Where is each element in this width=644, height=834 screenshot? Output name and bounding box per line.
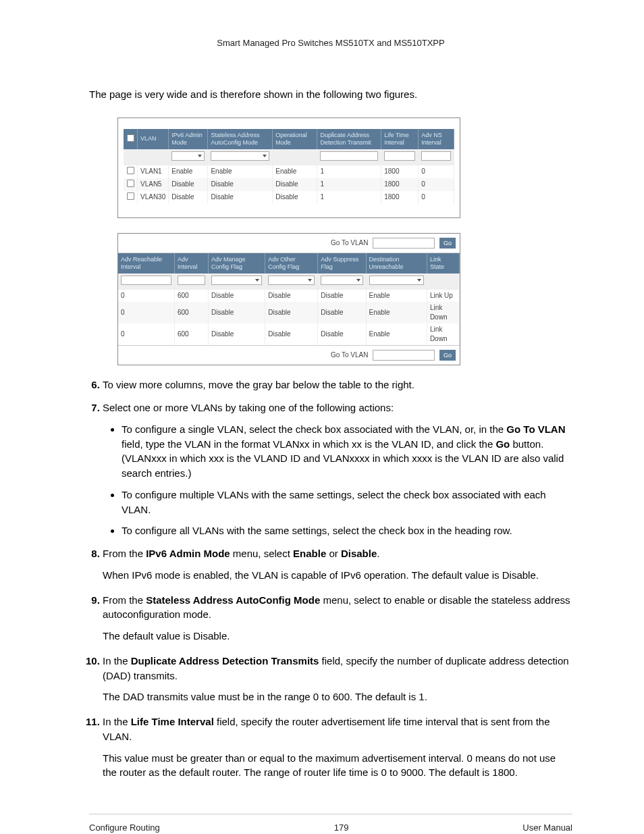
- col-adv-interval: Adv Interval: [174, 253, 208, 273]
- step-7-bullet-2: To configure multiple VLANs with the sam…: [122, 488, 572, 517]
- table-row: 0 600 Disable Disable Disable Enable Lin…: [118, 290, 460, 302]
- cell-interval: 600: [174, 323, 208, 345]
- step-10-para: The DAD transmits value must be in the r…: [103, 689, 572, 704]
- cell-admin: Enable: [169, 165, 208, 178]
- stateless-dropdown[interactable]: [211, 151, 269, 161]
- t: field, type the VLAN in the format VLANx…: [122, 438, 495, 450]
- col-life-time: Life Time Interval: [381, 129, 419, 149]
- t-bold: Go: [495, 438, 510, 450]
- col-vlan: VLAN: [138, 129, 169, 149]
- table-row: VLAN1 Enable Enable Enable 1 1800 0: [124, 165, 454, 178]
- t: In the: [103, 716, 131, 727]
- figure-1: VLAN IPv6 Admin Mode Stateless Address A…: [117, 118, 460, 218]
- table-row: 0 600 Disable Disable Disable Enable Lin…: [118, 323, 460, 345]
- cell-dad: 1: [317, 165, 381, 178]
- row-checkbox[interactable]: [127, 167, 134, 174]
- vlan-table-2: Adv Reachable Interval Adv Interval Adv …: [118, 253, 460, 345]
- t: or: [326, 548, 341, 559]
- cell-reach: 0: [118, 302, 174, 323]
- cell-ns: 0: [419, 191, 454, 204]
- cell-op: Disable: [273, 178, 317, 191]
- cell-link: Link Down: [427, 302, 459, 323]
- col-ipv6-admin: IPv6 Admin Mode: [169, 129, 208, 149]
- cell-dest: Enable: [366, 323, 427, 345]
- col-manage-flag: Adv Manage Config Flag: [208, 253, 265, 273]
- cell-vlan: VLAN1: [138, 165, 169, 178]
- col-stateless: Stateless Address AutoConfig Mode: [208, 129, 273, 149]
- step-11: In the Life Time Interval field, specify…: [103, 714, 572, 780]
- col-link-state: Link State: [427, 253, 459, 273]
- cell-suppress: Disable: [318, 290, 366, 302]
- step-8-para: When IPv6 mode is enabled, the VLAN is c…: [103, 568, 572, 583]
- t: .: [377, 548, 379, 559]
- cell-dad: 1: [317, 191, 381, 204]
- go-button[interactable]: Go: [439, 238, 456, 249]
- row-checkbox[interactable]: [127, 180, 134, 187]
- t: From the: [103, 594, 146, 606]
- vlan-table-1: VLAN IPv6 Admin Mode Stateless Address A…: [124, 129, 454, 204]
- col-dad: Duplicate Address Detection Transmit: [317, 129, 381, 149]
- footer-right: User Manual: [522, 823, 572, 833]
- cell-manage: Disable: [208, 323, 265, 345]
- t-bold: Stateless Address AutoConfig Mode: [146, 594, 320, 606]
- step-7-bullet-3: To configure all VLANs with the same set…: [122, 523, 572, 538]
- other-dropdown[interactable]: [268, 276, 315, 285]
- cell-other: Disable: [265, 290, 318, 302]
- step-6: To view more columns, move the gray bar …: [103, 377, 572, 392]
- table-row: VLAN5 Disable Disable Disable 1 1800 0: [124, 178, 454, 191]
- cell-admin: Disable: [169, 178, 208, 191]
- life-time-input[interactable]: [384, 151, 415, 161]
- cell-dad: 1: [317, 178, 381, 191]
- table-row: VLAN30 Disable Disable Disable 1 1800 0: [124, 191, 454, 204]
- t-bold: Duplicate Address Detection Transmits: [131, 655, 319, 667]
- intro-text: The page is very wide and is therefore s…: [89, 87, 572, 101]
- cell-life: 1800: [381, 178, 419, 191]
- step-7: Select one or more VLANs by taking one o…: [103, 400, 572, 538]
- goto-bar-bottom: Go To VLAN Go: [118, 345, 460, 365]
- dad-input[interactable]: [320, 151, 378, 161]
- t-bold: Go To VLAN: [506, 423, 565, 435]
- cell-sac: Disable: [208, 191, 273, 204]
- step-9: From the Stateless Address AutoConfig Mo…: [103, 593, 572, 644]
- dest-dropdown[interactable]: [369, 276, 424, 285]
- cell-life: 1800: [381, 165, 419, 178]
- cell-interval: 600: [174, 290, 208, 302]
- t-bold: Disable: [341, 548, 377, 559]
- cell-ns: 0: [419, 165, 454, 178]
- cell-vlan: VLAN5: [138, 178, 169, 191]
- ipv6-admin-dropdown[interactable]: [171, 151, 205, 161]
- interval-input[interactable]: [178, 276, 205, 285]
- go-button[interactable]: Go: [439, 350, 456, 361]
- t: In the: [103, 655, 131, 667]
- cell-manage: Disable: [208, 302, 265, 323]
- manage-dropdown[interactable]: [211, 276, 262, 285]
- goto-input[interactable]: [373, 350, 435, 361]
- figure-2: Go To VLAN Go Adv Reachable Interval Adv…: [117, 233, 460, 366]
- step-7-lead: Select one or more VLANs by taking one o…: [103, 402, 394, 413]
- goto-input[interactable]: [373, 238, 435, 249]
- reach-input[interactable]: [121, 276, 171, 285]
- cell-vlan: VLAN30: [138, 191, 169, 204]
- row-checkbox[interactable]: [127, 192, 134, 200]
- cell-suppress: Disable: [318, 323, 366, 345]
- goto-bar-top: Go To VLAN Go: [118, 234, 460, 254]
- goto-label: Go To VLAN: [331, 239, 368, 246]
- cell-reach: 0: [118, 323, 174, 345]
- t-bold: Enable: [293, 548, 326, 559]
- t: menu, select: [230, 548, 293, 559]
- step-9-para: The default value is Disable.: [103, 629, 572, 644]
- cell-manage: Disable: [208, 290, 265, 302]
- cell-other: Disable: [265, 302, 318, 323]
- adv-ns-input[interactable]: [421, 151, 451, 161]
- step-6-text: To view more columns, move the gray bar …: [103, 379, 414, 390]
- cell-suppress: Disable: [318, 302, 366, 323]
- filter-row: [118, 273, 460, 290]
- table-row: 0 600 Disable Disable Disable Enable Lin…: [118, 302, 460, 323]
- cell-op: Enable: [273, 165, 317, 178]
- select-all-checkbox[interactable]: [127, 134, 134, 142]
- cell-reach: 0: [118, 290, 174, 302]
- col-op-mode: Operational Mode: [273, 129, 317, 149]
- cell-admin: Disable: [169, 191, 208, 204]
- cell-interval: 600: [174, 302, 208, 323]
- suppress-dropdown[interactable]: [321, 276, 363, 285]
